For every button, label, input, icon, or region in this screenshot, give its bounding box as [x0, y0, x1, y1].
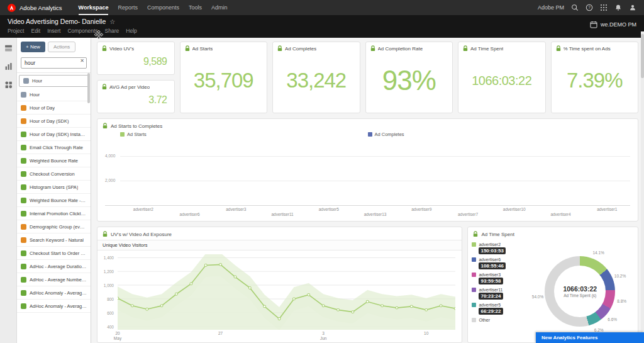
- menu-project[interactable]: Project: [8, 28, 24, 34]
- donut-chart[interactable]: [545, 256, 615, 327]
- panels-icon[interactable]: [4, 44, 13, 52]
- legend-item-ad-starts[interactable]: Ad Starts: [120, 132, 147, 137]
- component-list-item[interactable]: Hour of Day (SDK): [17, 115, 91, 128]
- metric-icon: [21, 264, 26, 269]
- legend-item[interactable]: advertiser1170:23:24: [472, 288, 526, 301]
- line-chart-svg[interactable]: [118, 254, 455, 330]
- component-list-item[interactable]: Checkout Conversion: [17, 167, 91, 181]
- component-search-input[interactable]: [21, 57, 87, 69]
- svg-text:?: ?: [588, 5, 591, 9]
- component-label: Internal Promotion Clickthrou...: [30, 211, 87, 216]
- menu-help[interactable]: Help: [126, 28, 136, 34]
- page-scrollbar-thumb[interactable]: [641, 34, 644, 78]
- x-axis-label: 20May: [114, 331, 121, 341]
- component-list-item[interactable]: Weighted Bounce Rate - Nab: [17, 194, 91, 207]
- menu-insert[interactable]: Insert: [47, 28, 60, 34]
- new-features-toast[interactable]: New Analytics Features: [536, 332, 644, 343]
- legend-item[interactable]: advertiser2150:03:53: [472, 242, 526, 256]
- x-axis-label: advertiser1: [584, 207, 630, 221]
- metric-value: 33,242: [277, 52, 355, 110]
- bar-chart-plot[interactable]: 2,0004,000: [105, 142, 630, 206]
- search-icon[interactable]: [571, 4, 579, 11]
- metric-title: % Time spent on Ads: [564, 46, 611, 52]
- metric-icon: [21, 145, 26, 150]
- legend-swatch-icon: [472, 288, 476, 292]
- y-axis-label: 1,400: [104, 256, 114, 260]
- component-list-item[interactable]: AdHoc Anomaly - Average Dur...: [17, 286, 91, 300]
- component-list-item[interactable]: Hour of Day (SDK) Instances: [17, 128, 91, 141]
- metric-icon: [21, 211, 26, 216]
- left-rail: [0, 38, 17, 343]
- component-sidebar: + New Actions ✕ HourHourHour of DayHour …: [17, 38, 91, 343]
- component-list-item[interactable]: Histogram Users (SPA): [17, 181, 91, 194]
- component-list-item[interactable]: Internal Promotion Clickthrou...: [17, 207, 91, 220]
- component-list-item[interactable]: AdHoc - Average Number of M...: [17, 273, 91, 286]
- metric-card-ad-starts[interactable]: Ad Starts 35,709: [180, 42, 268, 113]
- legend-name-row: advertiser5: [472, 303, 526, 307]
- lock-icon: [370, 45, 375, 52]
- component-list-item[interactable]: Search Keyword - Natural: [17, 233, 91, 247]
- metric-icon: [21, 277, 26, 283]
- actions-button[interactable]: Actions: [48, 42, 75, 52]
- component-list-item[interactable]: AdHoc Anomaly - Average Nu...: [17, 300, 91, 313]
- metric-card-ad-completes[interactable]: Ad Completes 33,242: [272, 42, 360, 113]
- metric-card-ad-completion-rate[interactable]: Ad Completion Rate 93%: [365, 42, 453, 113]
- nav-reports[interactable]: Reports: [118, 0, 138, 15]
- component-list-item[interactable]: Checkout Start to Order Conve...: [17, 247, 91, 260]
- legend-swatch-icon: [472, 303, 476, 307]
- components-icon[interactable]: [4, 81, 13, 89]
- legend-item[interactable]: advertiser6108:55:46: [472, 257, 526, 271]
- component-list-item[interactable]: Hour of Day: [17, 101, 91, 115]
- series-header[interactable]: Unique Video Visitors: [97, 240, 462, 250]
- lock-icon: [103, 123, 108, 129]
- new-button[interactable]: + New: [21, 42, 45, 52]
- metric-card-avg-ad-per-video[interactable]: AVG Ad per Video 3.72: [97, 80, 175, 113]
- component-label: Checkout Start to Order Conve...: [30, 250, 87, 256]
- component-list-item[interactable]: Hour: [17, 88, 91, 101]
- y-axis-label: 1,200: [104, 269, 114, 274]
- component-list-item[interactable]: Hour: [19, 75, 89, 87]
- menu-edit[interactable]: Edit: [31, 28, 40, 34]
- clear-search-icon[interactable]: ✕: [80, 58, 84, 64]
- app-switcher-icon[interactable]: [600, 4, 608, 11]
- nav-components[interactable]: Components: [147, 0, 179, 15]
- notifications-bell-icon[interactable]: [614, 4, 622, 11]
- report-suite-selector[interactable]: we.DEMO PM: [590, 21, 636, 28]
- visualizations-icon[interactable]: [4, 62, 13, 70]
- metric-summary-row: Video UV's 9,589 AVG Ad per Video 3.72 A…: [97, 42, 638, 113]
- profile-icon[interactable]: [629, 4, 636, 11]
- metric-card-pct-time-on-ads[interactable]: % Time spent on Ads 7.39%: [551, 42, 639, 113]
- legend-item-ad-completes[interactable]: Ad Completes: [368, 132, 404, 137]
- line-chart-area: 4006008001,0001,2001,400: [97, 254, 455, 330]
- metric-card-video-uvs[interactable]: Video UV's 9,589: [97, 42, 175, 75]
- page-scrollbar[interactable]: [641, 31, 644, 343]
- component-list-item[interactable]: Demographic Group (evar11): [17, 220, 91, 233]
- nav-tools[interactable]: Tools: [189, 0, 202, 15]
- metric-title: AVG Ad per Video: [109, 84, 150, 90]
- pie-percent-label: 14.1%: [592, 250, 604, 255]
- metric-card-ad-time-spent[interactable]: Ad Time Spent 1066:03:22: [458, 42, 546, 113]
- nav-workspace[interactable]: Workspace: [79, 0, 109, 15]
- lock-icon: [103, 231, 108, 237]
- menu-share[interactable]: Share: [105, 28, 119, 34]
- legend-item[interactable]: Other: [472, 318, 526, 322]
- component-list-item[interactable]: Weighted Bounce Rate: [17, 154, 91, 167]
- component-label: AdHoc - Average Number of M...: [30, 277, 87, 283]
- toast-label: New Analytics Features: [541, 335, 598, 340]
- help-icon[interactable]: ?: [586, 4, 593, 11]
- legend-label: advertiser11: [479, 288, 502, 292]
- x-axis-label: advertiser5: [306, 207, 352, 221]
- component-label: Hour: [32, 78, 42, 84]
- sidebar-scrollbar[interactable]: [87, 73, 90, 103]
- nav-admin[interactable]: Admin: [211, 0, 228, 15]
- favorite-star-icon[interactable]: ☆: [109, 18, 115, 25]
- y-axis-label: 400: [107, 324, 114, 329]
- component-list-item[interactable]: Email Click Through Rate: [17, 141, 91, 154]
- donut-legend: advertiser2150:03:53advertiser6108:55:46…: [472, 242, 526, 340]
- legend-item[interactable]: advertiser566:29:22: [472, 303, 526, 316]
- dimension-icon: [21, 118, 26, 124]
- component-list-item[interactable]: AdHoc - Average Duration (Da...: [17, 260, 91, 273]
- legend-label: Ad Completes: [375, 132, 404, 137]
- legend-item[interactable]: advertiser393:59:58: [472, 273, 526, 286]
- legend-name-row: Other: [472, 318, 526, 322]
